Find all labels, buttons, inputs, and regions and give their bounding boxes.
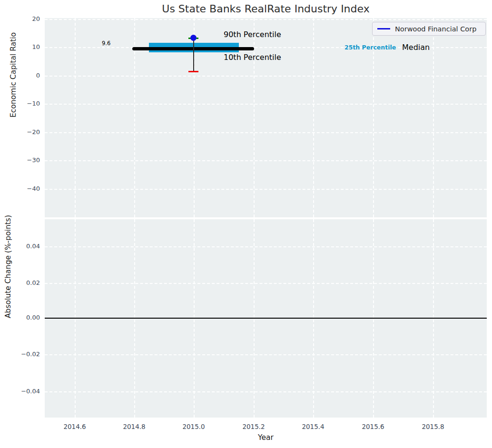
percentile-10-cap <box>188 71 198 72</box>
gridline <box>45 391 487 392</box>
percentile-25-label: 25th Percentile <box>344 44 396 51</box>
ytick-label: 0.04 <box>10 243 40 250</box>
legend-line-sample <box>377 28 390 29</box>
xtick-label: 2015.6 <box>352 423 394 430</box>
percentile-90-label: 90th Percentile <box>224 30 281 39</box>
xtick-label: 2015.8 <box>412 423 454 430</box>
percentile-10-label: 10th Percentile <box>224 53 281 62</box>
bottom-subplot <box>45 219 487 418</box>
gridline <box>45 104 487 105</box>
gridline <box>45 283 487 284</box>
median-label: Median <box>402 43 430 52</box>
xtick-label: 2015.2 <box>232 423 275 430</box>
ytick-label: −20 <box>10 128 40 136</box>
ytick-label: 0.00 <box>10 314 40 321</box>
ytick-label: −40 <box>10 185 40 193</box>
ytick-label: 20 <box>10 15 40 23</box>
gridline <box>45 189 487 190</box>
company-data-point <box>190 35 197 41</box>
figure: Us State Banks RealRate Industry Index 9… <box>0 0 492 448</box>
x-axis-label: Year <box>45 433 487 442</box>
legend: Norwood Financial Corp <box>372 22 486 36</box>
errorbar-line <box>193 38 194 72</box>
xtick-label: 2014.6 <box>53 423 96 430</box>
gridline <box>45 76 487 77</box>
ytick-label: −0.04 <box>10 388 40 395</box>
gridline <box>45 132 487 133</box>
top-subplot: 9.6 90th Percentile 10th Percentile 25th… <box>45 18 487 217</box>
ytick-label: −0.02 <box>10 351 40 358</box>
gridline <box>45 19 487 20</box>
gridline <box>45 354 487 355</box>
xtick-label: 2014.8 <box>113 423 156 430</box>
chart-title: Us State Banks RealRate Industry Index <box>45 3 487 15</box>
gridline <box>45 160 487 161</box>
legend-label: Norwood Financial Corp <box>395 25 476 33</box>
ytick-label: −30 <box>10 156 40 164</box>
gridline <box>45 246 487 247</box>
xtick-label: 2015.4 <box>292 423 335 430</box>
median-value-annotation: 9.6 <box>102 40 110 47</box>
ytick-label: 0.02 <box>10 279 40 287</box>
zero-change-line <box>45 318 487 319</box>
xtick-label: 2015.0 <box>172 423 215 430</box>
